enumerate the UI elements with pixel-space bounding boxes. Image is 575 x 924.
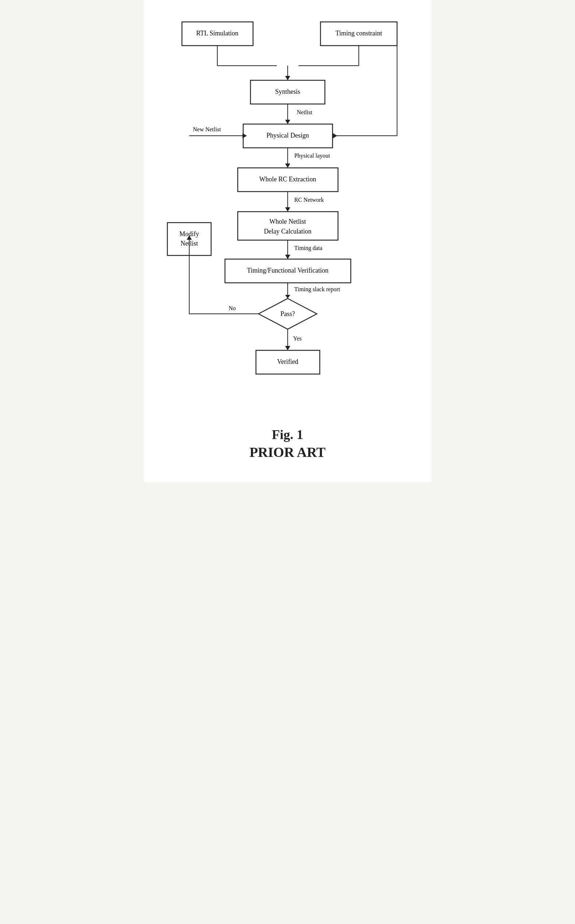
svg-marker-7 <box>285 76 290 80</box>
yes-label: Yes <box>293 335 302 342</box>
svg-marker-34 <box>285 346 290 350</box>
svg-marker-10 <box>285 120 290 124</box>
new-netlist-label: New Netlist <box>193 126 221 132</box>
svg-marker-28 <box>285 295 290 298</box>
pass-label: Pass? <box>280 310 295 317</box>
timing-slack-label: Timing slack report <box>294 286 340 293</box>
svg-marker-21 <box>285 207 290 212</box>
timing-label: Timing constraint <box>335 30 382 37</box>
no-label: No <box>229 305 236 311</box>
caption: Fig. 1 PRIOR ART <box>249 427 326 460</box>
physical-label: Physical Design <box>266 132 309 139</box>
verification-label: Timing/Functional Verification <box>247 267 329 274</box>
physical-layout-label: Physical layout <box>294 153 330 159</box>
netlist-label: Netlist <box>297 109 313 115</box>
delay-label1: Whole Netlist <box>269 218 305 225</box>
svg-marker-14 <box>333 133 337 138</box>
flowchart-svg: RTL Simulation Timing constraint Synthes… <box>160 14 415 416</box>
svg-rect-22 <box>238 212 338 240</box>
verified-label: Verified <box>277 358 298 365</box>
svg-marker-25 <box>285 255 290 259</box>
rc-network-label: RC Network <box>294 197 324 203</box>
rc-label: Whole RC Extraction <box>259 175 316 183</box>
delay-label2: Delay Calculation <box>264 228 311 235</box>
diagram: RTL Simulation Timing constraint Synthes… <box>151 14 424 416</box>
fig-label: Fig. 1 <box>249 427 326 442</box>
rtl-label: RTL Simulation <box>196 30 238 37</box>
synthesis-label: Synthesis <box>275 88 300 95</box>
prior-art-label: PRIOR ART <box>249 444 326 460</box>
svg-marker-18 <box>285 164 290 168</box>
timing-data-label: Timing data <box>294 245 322 252</box>
page: RTL Simulation Timing constraint Synthes… <box>144 0 431 482</box>
